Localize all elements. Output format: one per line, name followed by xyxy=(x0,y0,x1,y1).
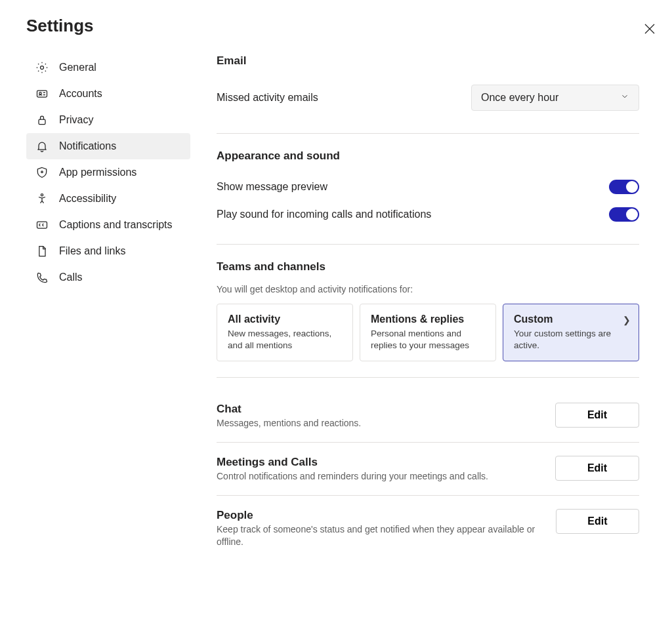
card-desc: Personal mentions and replies to your me… xyxy=(371,328,485,352)
sidebar-item-accessibility[interactable]: Accessibility xyxy=(26,186,190,212)
shield-icon xyxy=(35,166,49,179)
sidebar-item-captions[interactable]: Captions and transcripts xyxy=(26,212,190,238)
people-heading: People xyxy=(217,509,543,522)
sidebar-item-label: Notifications xyxy=(59,140,116,152)
sidebar-item-files[interactable]: Files and links xyxy=(26,238,190,264)
chat-desc: Messages, mentions and reactions. xyxy=(217,417,361,430)
sidebar-item-accounts[interactable]: Accounts xyxy=(26,81,190,107)
divider xyxy=(217,244,639,245)
sidebar-item-calls[interactable]: Calls xyxy=(26,264,190,291)
sidebar-item-general[interactable]: General xyxy=(26,54,190,81)
lock-icon xyxy=(35,113,49,127)
phone-icon xyxy=(35,271,49,284)
select-value: Once every hour xyxy=(481,92,558,104)
meetings-desc: Control notifications and reminders duri… xyxy=(217,470,488,483)
card-desc: Your custom settings are active. xyxy=(514,328,628,352)
card-title: Mentions & replies xyxy=(371,313,485,325)
preview-toggle[interactable] xyxy=(609,180,639,194)
card-title: Custom xyxy=(514,313,628,325)
appearance-heading: Appearance and sound xyxy=(217,150,639,163)
sidebar-item-privacy[interactable]: Privacy xyxy=(26,107,190,133)
sound-label: Play sound for incoming calls and notifi… xyxy=(217,209,431,220)
email-heading: Email xyxy=(217,54,639,68)
svg-rect-6 xyxy=(37,222,47,228)
chat-edit-button[interactable]: Edit xyxy=(555,403,639,428)
card-all-activity[interactable]: All activity New messages, reactions, an… xyxy=(217,304,353,361)
card-custom[interactable]: ❯ Custom Your custom settings are active… xyxy=(503,304,639,361)
missed-activity-label: Missed activity emails xyxy=(217,92,318,104)
chevron-down-icon xyxy=(620,92,629,104)
card-desc: New messages, reactions, and all mention… xyxy=(228,328,342,352)
sidebar-item-label: Calls xyxy=(59,271,83,283)
content-area: Email Missed activity emails Once every … xyxy=(217,54,639,561)
people-edit-button[interactable]: Edit xyxy=(556,509,639,534)
missed-activity-select[interactable]: Once every hour xyxy=(471,85,639,111)
chevron-right-icon: ❯ xyxy=(623,315,631,325)
chat-heading: Chat xyxy=(217,403,361,416)
svg-point-5 xyxy=(41,194,43,196)
cc-icon xyxy=(35,218,49,231)
gear-icon xyxy=(35,61,49,74)
page-title: Settings xyxy=(26,16,639,36)
file-icon xyxy=(35,245,49,258)
card-mentions-replies[interactable]: Mentions & replies Personal mentions and… xyxy=(360,304,496,361)
svg-rect-1 xyxy=(37,90,47,97)
sidebar-item-label: Privacy xyxy=(59,114,93,126)
bell-icon xyxy=(35,140,49,153)
sound-toggle[interactable] xyxy=(609,207,639,222)
svg-point-2 xyxy=(39,92,41,94)
sidebar-item-label: Captions and transcripts xyxy=(59,219,173,231)
svg-point-4 xyxy=(41,171,43,173)
sidebar-item-label: Files and links xyxy=(59,245,125,257)
preview-label: Show message preview xyxy=(217,181,327,193)
sidebar-item-label: General xyxy=(59,62,96,73)
card-title: All activity xyxy=(228,313,342,325)
teams-subtext: You will get desktop and activity notifi… xyxy=(217,284,639,294)
sidebar-item-notifications[interactable]: Notifications xyxy=(26,133,190,159)
sidebar-item-label: Accounts xyxy=(59,88,102,100)
people-desc: Keep track of someone's status and get n… xyxy=(217,523,543,549)
close-button[interactable] xyxy=(644,23,656,37)
sidebar-item-app-permissions[interactable]: App permissions xyxy=(26,159,190,186)
sidebar-item-label: App permissions xyxy=(59,167,136,178)
person-icon xyxy=(35,192,49,205)
svg-rect-3 xyxy=(39,119,45,125)
id-card-icon xyxy=(35,87,49,100)
meetings-heading: Meetings and Calls xyxy=(217,456,488,469)
sidebar: General Accounts Privacy Notifications A… xyxy=(26,54,190,561)
sidebar-item-label: Accessibility xyxy=(59,193,116,205)
divider xyxy=(217,377,639,378)
teams-heading: Teams and channels xyxy=(217,260,639,273)
divider xyxy=(217,133,639,134)
meetings-edit-button[interactable]: Edit xyxy=(555,456,639,481)
svg-point-0 xyxy=(41,66,44,70)
